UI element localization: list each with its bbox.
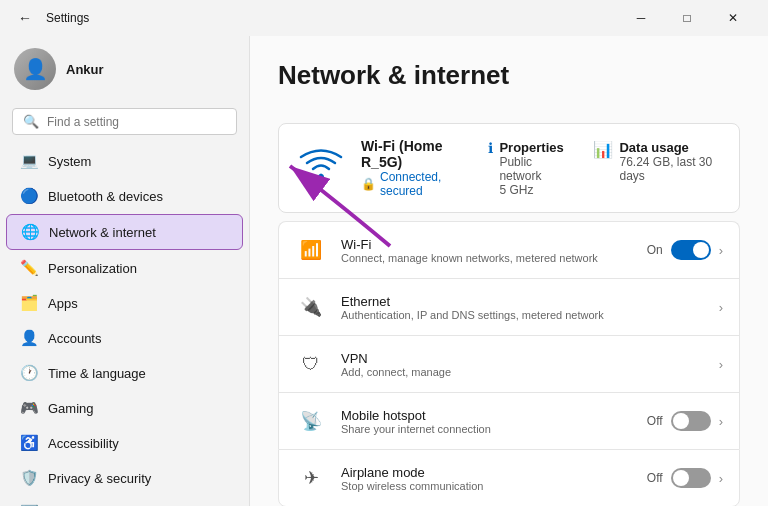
ethernet-subtitle: Authentication, IP and DNS settings, met… [341,309,705,321]
airplane-controls: Off › [647,468,723,488]
search-box[interactable]: 🔍 [12,108,237,135]
wifi-properties: ℹ Properties Public network5 GHz 📊 Data … [488,140,721,197]
sidebar-item-label: Personalization [48,261,137,276]
profile-info: Ankur [66,62,104,77]
sidebar-item-label: Accounts [48,331,101,346]
sidebar-item-accessibility[interactable]: ♿ Accessibility [6,426,243,460]
hotspot-subtitle: Share your internet connection [341,423,633,435]
chevron-icon: › [719,243,723,258]
chevron-icon: › [719,414,723,429]
network-icon: 🌐 [21,223,39,241]
sidebar-item-label: Network & internet [49,225,156,240]
gaming-icon: 🎮 [20,399,38,417]
chevron-icon: › [719,300,723,315]
toggle-airplane[interactable] [671,468,711,488]
titlebar-title: Settings [46,11,89,25]
profile-name: Ankur [66,62,104,77]
wifi-status: 🔒 Connected, secured [361,170,472,198]
hotspot-controls: Off › [647,411,723,431]
airplane-title: Airplane mode [341,465,633,480]
accounts-icon: 👤 [20,329,38,347]
titlebar: ← Settings ─ □ ✕ [0,0,768,36]
settings-item-ethernet[interactable]: 🔌 Ethernet Authentication, IP and DNS se… [278,278,740,335]
ethernet-controls: › [719,300,723,315]
wifi-prop-data-usage[interactable]: 📊 Data usage 76.24 GB, last 30 days [593,140,721,197]
titlebar-left: ← Settings [12,8,89,28]
sidebar-item-privacy[interactable]: 🛡️ Privacy & security [6,461,243,495]
time-icon: 🕐 [20,364,38,382]
settings-list: 📶 Wi-Fi Connect, manage known networks, … [278,221,740,506]
lock-icon: 🔒 [361,177,376,191]
sidebar-item-label: Privacy & security [48,471,151,486]
main-layout: 👤 Ankur 🔍 💻 System 🔵 Bluetooth & devices… [0,36,768,506]
wifi-controls: On › [647,240,723,260]
sidebar-item-label: Time & language [48,366,146,381]
wifi-title: Wi-Fi [341,237,633,252]
sidebar-item-label: Gaming [48,401,94,416]
sidebar-item-system[interactable]: 💻 System [6,144,243,178]
sidebar-item-label: Apps [48,296,78,311]
vpn-icon: 🛡 [295,348,327,380]
info-icon: ℹ [488,140,493,156]
sidebar-item-windows-update[interactable]: 🔄 Windows Update [6,496,243,506]
sidebar-item-network[interactable]: 🌐 Network & internet [6,214,243,250]
hotspot-text: Mobile hotspot Share your internet conne… [341,408,633,435]
toggle-label-hotspot: Off [647,414,663,428]
chevron-icon: › [719,471,723,486]
data-usage-icon: 📊 [593,140,613,159]
avatar: 👤 [14,48,56,90]
privacy-icon: 🛡️ [20,469,38,487]
vpn-text: VPN Add, connect, manage [341,351,705,378]
sidebar-item-time[interactable]: 🕐 Time & language [6,356,243,390]
settings-item-vpn[interactable]: 🛡 VPN Add, connect, manage › [278,335,740,392]
airplane-text: Airplane mode Stop wireless communicatio… [341,465,633,492]
settings-item-hotspot[interactable]: 📡 Mobile hotspot Share your internet con… [278,392,740,449]
wifi-info: Wi-Fi (Home R_5G) 🔒 Connected, secured [361,138,472,198]
settings-item-airplane[interactable]: ✈ Airplane mode Stop wireless communicat… [278,449,740,506]
sidebar-item-personalization[interactable]: ✏️ Personalization [6,251,243,285]
wifi-large-icon [297,145,345,192]
wifi-name: Wi-Fi (Home R_5G) [361,138,472,170]
toggle-label-wifi: On [647,243,663,257]
titlebar-controls: ─ □ ✕ [618,3,756,33]
ethernet-text: Ethernet Authentication, IP and DNS sett… [341,294,705,321]
wifi-icon: 📶 [295,234,327,266]
sidebar-item-accounts[interactable]: 👤 Accounts [6,321,243,355]
sidebar-item-apps[interactable]: 🗂️ Apps [6,286,243,320]
bluetooth-icon: 🔵 [20,187,38,205]
search-icon: 🔍 [23,114,39,129]
sidebar-item-gaming[interactable]: 🎮 Gaming [6,391,243,425]
back-button[interactable]: ← [12,8,38,28]
minimize-button[interactable]: ─ [618,3,664,33]
search-input[interactable] [47,115,226,129]
sidebar-item-label: Accessibility [48,436,119,451]
apps-icon: 🗂️ [20,294,38,312]
personalization-icon: ✏️ [20,259,38,277]
wifi-prop-properties[interactable]: ℹ Properties Public network5 GHz [488,140,565,197]
ethernet-icon: 🔌 [295,291,327,323]
hotspot-title: Mobile hotspot [341,408,633,423]
sidebar-item-label: System [48,154,91,169]
close-button[interactable]: ✕ [710,3,756,33]
chevron-icon: › [719,357,723,372]
sidebar-item-label: Bluetooth & devices [48,189,163,204]
content-area: Network & internet Wi-Fi (Home R_5G) 🔒 C… [250,36,768,506]
content-header: Network & internet [250,36,768,123]
vpn-subtitle: Add, connect, manage [341,366,705,378]
sidebar-item-bluetooth[interactable]: 🔵 Bluetooth & devices [6,179,243,213]
maximize-button[interactable]: □ [664,3,710,33]
toggle-wifi[interactable] [671,240,711,260]
wifi-text: Wi-Fi Connect, manage known networks, me… [341,237,633,264]
toggle-hotspot[interactable] [671,411,711,431]
wifi-status-card[interactable]: Wi-Fi (Home R_5G) 🔒 Connected, secured ℹ… [278,123,740,213]
svg-point-0 [318,174,324,180]
accessibility-icon: ♿ [20,434,38,452]
airplane-subtitle: Stop wireless communication [341,480,633,492]
wifi-subtitle: Connect, manage known networks, metered … [341,252,633,264]
sidebar-profile: 👤 Ankur [0,36,249,102]
vpn-title: VPN [341,351,705,366]
airplane-icon: ✈ [295,462,327,494]
sidebar: 👤 Ankur 🔍 💻 System 🔵 Bluetooth & devices… [0,36,250,506]
toggle-label-airplane: Off [647,471,663,485]
settings-item-wifi[interactable]: 📶 Wi-Fi Connect, manage known networks, … [278,221,740,278]
